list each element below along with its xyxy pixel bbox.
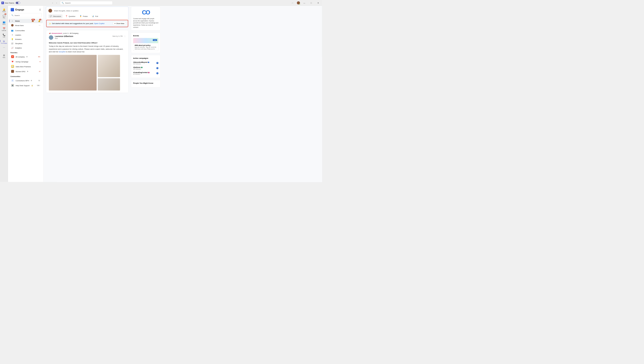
rail-viva-engage[interactable]: ⧉Viva Engage bbox=[0, 39, 8, 45]
live-badge: Live bbox=[152, 39, 157, 41]
event-item[interactable]: Live AMA about pet policy Sept 28, 10:00… bbox=[133, 38, 158, 51]
more-icon[interactable]: ⋯ bbox=[39, 24, 40, 26]
home-icon: ⌂ bbox=[11, 20, 14, 22]
post-author-link[interactable]: Laurence Gilbertson bbox=[55, 35, 74, 38]
tab-praise[interactable]: 🏅Praise bbox=[78, 15, 89, 18]
post-body: Today is the day we welcome Carole to th… bbox=[49, 45, 126, 53]
follow-button[interactable]: + bbox=[156, 72, 158, 74]
storyline-link[interactable]: storyline bbox=[59, 51, 66, 53]
campaign-item[interactable]: #AboveAndBeyond534 followers + bbox=[133, 60, 158, 66]
forward-button[interactable]: › bbox=[55, 1, 58, 5]
poll-icon: 📊 bbox=[92, 15, 94, 18]
nav-answers[interactable]: 💡Answers bbox=[9, 37, 43, 42]
brand-card: CO Connect and engage with people across… bbox=[131, 7, 160, 31]
company-logo-icon: CO bbox=[133, 9, 158, 16]
right-rail: CO Connect and engage with people across… bbox=[131, 7, 160, 181]
engage-title: Engage bbox=[15, 8, 38, 11]
post-image[interactable] bbox=[98, 55, 120, 77]
rail-chat[interactable]: 1💬Chat bbox=[0, 14, 8, 20]
fav-all-company[interactable]: ✦All company ◈20+ bbox=[9, 54, 43, 59]
rail-calendar[interactable]: 📅Calendar bbox=[0, 26, 8, 32]
compose-input[interactable]: Share thoughts, ideas or updates bbox=[54, 10, 79, 12]
new-teams-toggle[interactable] bbox=[16, 2, 20, 4]
verified-icon: ◈ bbox=[31, 80, 32, 82]
apps-icon: ⊞ bbox=[0, 54, 8, 57]
fav-sales[interactable]: 📊Sales Best Practices bbox=[9, 64, 43, 69]
comm-help-desk[interactable]: 💻Help Desk Support 🔒20+ bbox=[9, 83, 43, 88]
verified-icon bbox=[148, 72, 150, 73]
maximize-button[interactable]: □ bbox=[309, 1, 314, 5]
verified-icon bbox=[141, 67, 142, 68]
bell-icon[interactable]: 🔔3 bbox=[38, 20, 40, 22]
events-card: Events Live AMA about pet policy Sept 28… bbox=[131, 33, 160, 53]
follow-button[interactable]: + bbox=[156, 62, 158, 64]
rail-teams[interactable]: 👥Teams bbox=[0, 20, 8, 26]
nav-analytics[interactable]: 📈Analytics bbox=[9, 46, 43, 50]
bell-icon: 🔔 bbox=[0, 8, 8, 11]
follow-button[interactable]: + bbox=[156, 67, 158, 69]
campaign-item[interactable]: #GoGreen235 followers + bbox=[133, 66, 158, 71]
open-copilot-link[interactable]: Open Copilot bbox=[94, 23, 104, 25]
compose-card: Share thoughts, ideas or updates 💬Discus… bbox=[46, 7, 128, 27]
people-card: People You Might Know bbox=[131, 80, 160, 88]
post-community-link[interactable]: All Company bbox=[70, 33, 78, 34]
nav-history: ‹ › bbox=[51, 1, 58, 5]
tab-discussion[interactable]: 💬Discussion bbox=[48, 15, 62, 18]
user-avatar bbox=[48, 9, 52, 13]
fav-giving[interactable]: ❤️Giving Campaign8 bbox=[9, 59, 43, 64]
nav-leaders[interactable]: ⍟Leaders bbox=[9, 33, 43, 37]
rail-apps[interactable]: ⊞Apps bbox=[0, 53, 8, 59]
author-avatar[interactable] bbox=[49, 35, 54, 40]
verified-icon: ◈ bbox=[27, 70, 28, 72]
praise-icon: 🏅 bbox=[80, 15, 82, 18]
discussion-icon: 💬 bbox=[50, 15, 52, 18]
post-timestamp: Now bbox=[55, 38, 74, 40]
nav-storylines[interactable]: 📰Storylines bbox=[9, 42, 43, 46]
tab-question[interactable]: ❓Question bbox=[64, 15, 77, 18]
events-header: Events bbox=[133, 35, 158, 37]
nav-profile[interactable]: Mona Kane ⋯ bbox=[9, 23, 43, 28]
post-announcement-row: 📣 Announcement posted in All Company bbox=[49, 33, 126, 34]
comm-connections-wfh[interactable]: CConnections WFH ◈6 bbox=[9, 78, 43, 83]
verified-icon bbox=[148, 62, 149, 63]
tab-poll[interactable]: 📊Poll bbox=[90, 15, 100, 18]
heart-icon: ❤️ bbox=[11, 60, 14, 63]
campaigns-card: Active campaigns #AboveAndBeyond534 foll… bbox=[131, 55, 160, 78]
close-button[interactable]: ✕ bbox=[316, 1, 321, 5]
campaigns-header: Active campaigns bbox=[133, 57, 158, 59]
minimize-button[interactable]: ― bbox=[302, 1, 307, 5]
back-button[interactable]: ‹ bbox=[51, 1, 54, 5]
campaign-item[interactable]: #CutestDogContest52 followers + bbox=[133, 71, 158, 76]
rail-activity[interactable]: 🔔Activity bbox=[0, 7, 8, 13]
more-options-button[interactable]: ⋯ bbox=[290, 1, 295, 5]
sidebar-menu-button[interactable]: ☰ bbox=[39, 9, 41, 11]
post-more-button[interactable]: ⋮ bbox=[124, 35, 126, 37]
post-image[interactable] bbox=[49, 55, 97, 91]
seen-by-label[interactable]: Seen by 11,750 bbox=[112, 35, 122, 37]
inbox-icon[interactable]: 📥20+ bbox=[32, 20, 34, 22]
storyline-icon: 📰 bbox=[11, 42, 14, 45]
nav-communities[interactable]: 👥Communities bbox=[9, 29, 43, 33]
main-content: Share thoughts, ideas or updates 💬Discus… bbox=[44, 6, 322, 182]
rail-more[interactable]: ⋯ bbox=[0, 45, 8, 50]
lightbulb-icon: 💡 bbox=[11, 38, 14, 41]
chart-square-icon: 📊 bbox=[11, 65, 14, 68]
show-ideas-button[interactable]: ✦Show ideas bbox=[113, 22, 126, 25]
presence-icon bbox=[299, 4, 300, 5]
brand-description: Connect and engage with people across th… bbox=[133, 18, 158, 29]
community-square-icon: 💻 bbox=[11, 84, 14, 87]
post-image[interactable] bbox=[98, 78, 120, 91]
community-square-icon: ✦ bbox=[11, 55, 14, 58]
leader-icon: ⍟ bbox=[11, 34, 14, 36]
global-search-input[interactable]: 🔍 Search bbox=[60, 1, 112, 5]
copilot-text: Get started with ideas and suggestions f… bbox=[52, 23, 104, 25]
megaphone-icon: 📣 bbox=[49, 33, 51, 34]
engage-search-input[interactable]: 🔍 Search bbox=[10, 13, 42, 17]
user-avatar[interactable] bbox=[297, 1, 300, 5]
fav-women-erg[interactable]: Women ERG ◈17 bbox=[9, 69, 43, 74]
rail-calls[interactable]: 📞Calls bbox=[0, 33, 8, 39]
chat-badge: 1 bbox=[5, 14, 6, 15]
engage-sidebar: Engage ☰ 🔍 Search ⌂ Home 📥20+ 🔔3 Mona Ka… bbox=[8, 6, 44, 182]
engage-icon: ⧉ bbox=[0, 40, 8, 43]
nav-home[interactable]: ⌂ Home 📥20+ 🔔3 bbox=[9, 19, 43, 23]
